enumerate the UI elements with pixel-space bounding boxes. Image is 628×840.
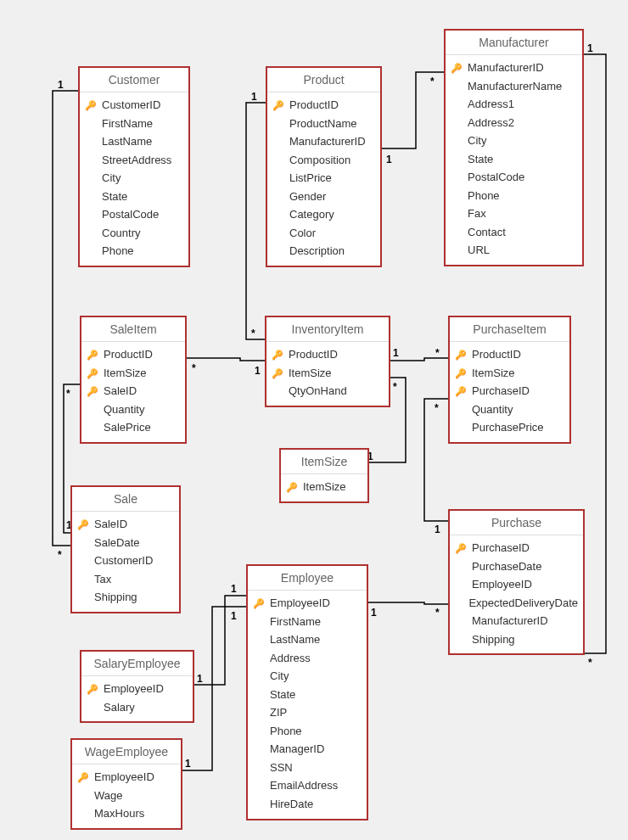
field-row[interactable]: Composition — [272, 151, 375, 170]
field-row[interactable]: MaxHours — [77, 804, 176, 823]
field-row[interactable]: Quantity — [87, 400, 180, 419]
field-row[interactable]: Address1 — [451, 95, 577, 114]
field-row[interactable]: State — [253, 686, 362, 704]
field-row[interactable]: ManufacturerID — [451, 59, 577, 77]
field-name: PurchaseID — [472, 540, 530, 556]
field-row[interactable]: Contact — [451, 223, 577, 242]
field-name: ProductName — [289, 116, 356, 132]
field-row[interactable]: Shipping — [77, 588, 174, 607]
primary-key-icon — [253, 596, 265, 611]
field-row[interactable]: ProductID — [455, 345, 564, 364]
field-row[interactable]: CustomerID — [85, 96, 183, 115]
field-row[interactable]: FirstName — [253, 613, 362, 631]
field-row[interactable]: ManagerID — [253, 740, 362, 759]
entity-salaryemployee[interactable]: SalaryEmployee EmployeeIDSalary — [80, 650, 194, 723]
field-row[interactable]: SaleID — [77, 515, 174, 534]
field-name: Wage — [94, 788, 122, 804]
field-row[interactable]: LastName — [85, 132, 183, 151]
field-row[interactable]: ExpectedDeliveryDate — [455, 594, 578, 613]
field-row[interactable]: ProductID — [272, 96, 375, 115]
entity-title: WageEmployee — [72, 740, 181, 764]
field-row[interactable]: Shipping — [455, 630, 578, 649]
field-row[interactable]: HireDate — [253, 795, 362, 814]
field-row[interactable]: ManufacturerID — [272, 132, 375, 151]
field-row[interactable]: PurchasePrice — [455, 418, 564, 437]
field-row[interactable]: ManufacturerName — [451, 77, 577, 96]
field-name: Gender — [289, 189, 326, 204]
primary-key-icon — [77, 517, 89, 532]
primary-key-icon — [87, 681, 98, 697]
field-row[interactable]: Phone — [253, 722, 362, 741]
field-row[interactable]: State — [451, 150, 577, 169]
field-row[interactable]: SaleID — [87, 382, 180, 400]
field-row[interactable]: SalePrice — [87, 418, 180, 437]
field-row[interactable]: State — [85, 188, 183, 206]
field-row[interactable]: Description — [272, 242, 375, 260]
field-row[interactable]: ProductName — [272, 115, 375, 133]
field-row[interactable]: Address2 — [451, 114, 577, 132]
field-row[interactable]: City — [253, 667, 362, 686]
field-row[interactable]: Tax — [77, 570, 174, 589]
field-row[interactable]: ZIP — [253, 703, 362, 722]
field-name: Phone — [468, 188, 500, 204]
field-row[interactable]: StreetAddress — [85, 151, 183, 170]
field-row[interactable]: CustomerID — [77, 552, 174, 570]
field-row[interactable]: FirstName — [85, 115, 183, 133]
entity-inventoryitem[interactable]: InventoryItem ProductIDItemSizeQtyOnHand — [265, 316, 390, 407]
entity-purchaseitem[interactable]: PurchaseItem ProductIDItemSizePurchaseID… — [448, 316, 571, 444]
field-name: ItemSize — [104, 366, 147, 381]
field-name: PurchasePrice — [472, 420, 544, 435]
entity-customer[interactable]: Customer CustomerIDFirstNameLastNameStre… — [78, 66, 190, 267]
field-row[interactable]: PostalCode — [85, 205, 183, 224]
field-row[interactable]: Category — [272, 205, 375, 224]
svg-text:*: * — [66, 388, 70, 400]
entity-sale[interactable]: Sale SaleIDSaleDateCustomerIDTaxShipping — [70, 485, 181, 613]
field-row[interactable]: EmployeeID — [253, 594, 362, 613]
field-row[interactable]: EmailAddress — [253, 776, 362, 795]
field-row[interactable]: URL — [451, 241, 577, 260]
field-row[interactable]: ItemSize — [87, 364, 180, 383]
svg-text:1: 1 — [255, 365, 261, 377]
entity-product[interactable]: Product ProductIDProductNameManufacturer… — [266, 66, 382, 267]
field-row[interactable]: ListPrice — [272, 169, 375, 188]
entity-purchase[interactable]: Purchase PurchaseIDPurchaseDateEmployeeI… — [448, 509, 585, 655]
entity-title: Product — [267, 68, 380, 92]
field-row[interactable]: Fax — [451, 204, 577, 223]
field-row[interactable]: ItemSize — [286, 478, 362, 496]
field-row[interactable]: PostalCode — [451, 168, 577, 187]
entity-saleitem[interactable]: SaleItem ProductIDItemSizeSaleIDQuantity… — [80, 316, 187, 444]
entity-wageemployee[interactable]: WageEmployee EmployeeIDWageMaxHours — [70, 738, 182, 830]
field-row[interactable]: Phone — [451, 187, 577, 205]
entity-employee[interactable]: Employee EmployeeIDFirstNameLastNameAddr… — [246, 564, 368, 820]
field-row[interactable]: PurchaseDate — [455, 557, 578, 576]
field-row[interactable]: Salary — [87, 698, 188, 717]
field-row[interactable]: City — [85, 169, 183, 188]
field-row[interactable]: Gender — [272, 188, 375, 206]
field-row[interactable]: Phone — [85, 242, 183, 260]
entity-itemsize[interactable]: ItemSize ItemSize — [279, 448, 369, 503]
field-row[interactable]: ProductID — [87, 345, 180, 364]
field-row[interactable]: ManufacturerID — [455, 612, 578, 630]
field-row[interactable]: Wage — [77, 787, 176, 805]
field-row[interactable]: EmployeeID — [77, 768, 176, 787]
field-row[interactable]: QtyOnHand — [272, 382, 384, 400]
field-row[interactable]: Country — [85, 224, 183, 243]
field-row[interactable]: EmployeeID — [87, 680, 188, 698]
field-row[interactable]: ItemSize — [272, 364, 384, 383]
field-row[interactable]: PurchaseID — [455, 382, 564, 400]
entity-fields-purchase: PurchaseIDPurchaseDateEmployeeIDExpected… — [450, 535, 583, 653]
field-row[interactable]: Quantity — [455, 400, 564, 419]
field-row[interactable]: SaleDate — [77, 534, 174, 552]
field-row[interactable]: City — [451, 132, 577, 150]
field-row[interactable]: EmployeeID — [455, 575, 578, 594]
field-row[interactable]: Address — [253, 649, 362, 668]
field-row[interactable]: ProductID — [272, 345, 384, 364]
field-row[interactable]: PurchaseID — [455, 539, 578, 557]
entity-title: InventoryItem — [266, 317, 389, 342]
entity-title: SalaryEmployee — [81, 652, 193, 676]
field-row[interactable]: SSN — [253, 759, 362, 777]
field-row[interactable]: Color — [272, 224, 375, 243]
entity-manufacturer[interactable]: Manufacturer ManufacturerIDManufacturerN… — [444, 29, 584, 266]
field-row[interactable]: LastName — [253, 630, 362, 649]
field-row[interactable]: ItemSize — [455, 364, 564, 383]
